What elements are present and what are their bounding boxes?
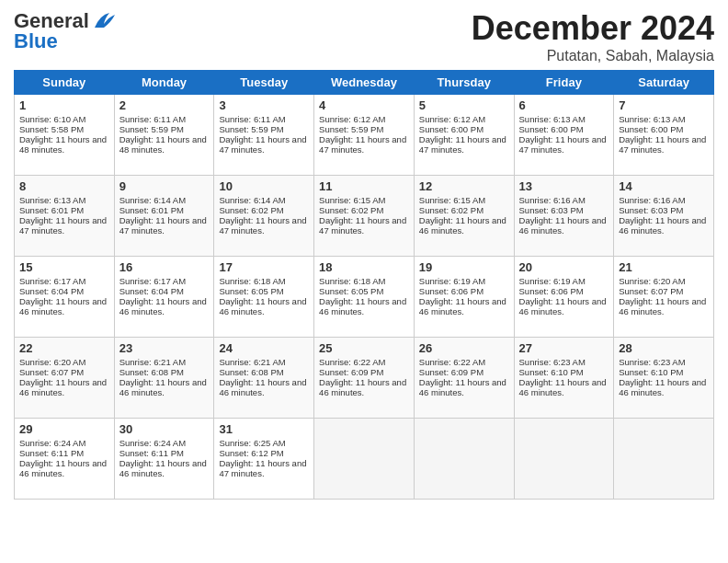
col-sunday: Sunday (15, 71, 115, 95)
sunset-text: Sunset: 6:01 PM (19, 205, 84, 215)
day-number: 10 (219, 179, 309, 193)
sunrise-text: Sunrise: 6:23 AM (519, 357, 586, 367)
sunset-text: Sunset: 6:03 PM (519, 205, 584, 215)
col-tuesday: Tuesday (214, 71, 314, 95)
sunset-text: Sunset: 5:59 PM (219, 124, 283, 134)
calendar-cell: 20Sunrise: 6:19 AMSunset: 6:06 PMDayligh… (514, 257, 614, 338)
calendar-cell: 5Sunrise: 6:12 AMSunset: 6:00 PMDaylight… (414, 95, 514, 176)
sunset-text: Sunset: 6:01 PM (119, 205, 184, 215)
calendar-cell: 17Sunrise: 6:18 AMSunset: 6:05 PMDayligh… (214, 257, 314, 338)
sunrise-text: Sunrise: 6:24 AM (119, 438, 186, 448)
calendar-cell: 4Sunrise: 6:12 AMSunset: 5:59 PMDaylight… (314, 95, 415, 176)
calendar-week-row: 1Sunrise: 6:10 AMSunset: 5:58 PMDaylight… (15, 95, 714, 176)
daylight-text: Daylight: 11 hours and 46 minutes. (619, 215, 706, 236)
day-number: 11 (319, 179, 409, 193)
sunset-text: Sunset: 6:02 PM (419, 205, 483, 215)
sunset-text: Sunset: 6:08 PM (219, 367, 283, 377)
day-number: 14 (619, 179, 709, 193)
day-number: 22 (19, 341, 109, 355)
sunset-text: Sunset: 6:06 PM (519, 286, 584, 296)
calendar-cell: 2Sunrise: 6:11 AMSunset: 5:59 PMDaylight… (114, 95, 214, 176)
day-number: 26 (419, 341, 509, 355)
sunrise-text: Sunrise: 6:11 AM (219, 114, 285, 124)
day-number: 9 (119, 179, 210, 193)
calendar-header-row: Sunday Monday Tuesday Wednesday Thursday… (15, 71, 714, 95)
day-number: 18 (319, 260, 409, 274)
day-number: 19 (419, 260, 509, 274)
daylight-text: Daylight: 11 hours and 46 minutes. (19, 296, 107, 316)
sunset-text: Sunset: 6:09 PM (419, 367, 483, 377)
calendar-cell: 18Sunrise: 6:18 AMSunset: 6:05 PMDayligh… (314, 257, 415, 338)
calendar-cell: 15Sunrise: 6:17 AMSunset: 6:04 PMDayligh… (15, 257, 115, 338)
calendar-cell: 8Sunrise: 6:13 AMSunset: 6:01 PMDaylight… (15, 176, 115, 257)
sunset-text: Sunset: 6:00 PM (519, 124, 584, 134)
calendar-cell: 21Sunrise: 6:20 AMSunset: 6:07 PMDayligh… (614, 257, 714, 338)
title-area: December 2024 Putatan, Sabah, Malaysia (472, 9, 714, 64)
calendar-cell: 6Sunrise: 6:13 AMSunset: 6:00 PMDaylight… (514, 95, 614, 176)
daylight-text: Daylight: 11 hours and 46 minutes. (219, 296, 306, 316)
daylight-text: Daylight: 11 hours and 47 minutes. (219, 215, 306, 236)
sunrise-text: Sunrise: 6:25 AM (219, 438, 285, 448)
day-number: 20 (519, 260, 609, 274)
month-title: December 2024 (472, 9, 714, 48)
sunrise-text: Sunrise: 6:24 AM (19, 438, 85, 448)
day-number: 21 (619, 260, 709, 274)
sunrise-text: Sunrise: 6:15 AM (319, 195, 385, 205)
day-number: 3 (219, 98, 309, 112)
day-number: 4 (319, 98, 409, 112)
daylight-text: Daylight: 11 hours and 46 minutes. (119, 458, 207, 478)
sunrise-text: Sunrise: 6:14 AM (119, 195, 186, 205)
sunset-text: Sunset: 6:12 PM (219, 448, 283, 458)
sunrise-text: Sunrise: 6:23 AM (619, 357, 685, 367)
calendar-week-row: 22Sunrise: 6:20 AMSunset: 6:07 PMDayligh… (15, 338, 714, 419)
sunset-text: Sunset: 6:09 PM (319, 367, 383, 377)
calendar-cell: 1Sunrise: 6:10 AMSunset: 5:58 PMDaylight… (15, 95, 115, 176)
sunset-text: Sunset: 6:06 PM (419, 286, 483, 296)
calendar-cell (314, 419, 415, 500)
sunset-text: Sunset: 6:05 PM (319, 286, 383, 296)
calendar-cell: 26Sunrise: 6:22 AMSunset: 6:09 PMDayligh… (414, 338, 514, 419)
sunset-text: Sunset: 6:07 PM (619, 286, 683, 296)
daylight-text: Daylight: 11 hours and 47 minutes. (419, 134, 506, 155)
day-number: 16 (119, 260, 210, 274)
calendar-table: Sunday Monday Tuesday Wednesday Thursday… (14, 70, 714, 500)
calendar-cell: 19Sunrise: 6:19 AMSunset: 6:06 PMDayligh… (414, 257, 514, 338)
day-number: 15 (19, 260, 109, 274)
calendar-cell: 16Sunrise: 6:17 AMSunset: 6:04 PMDayligh… (114, 257, 214, 338)
sunset-text: Sunset: 6:04 PM (19, 286, 84, 296)
sunset-text: Sunset: 6:10 PM (519, 367, 584, 377)
day-number: 6 (519, 98, 609, 112)
day-number: 17 (219, 260, 309, 274)
calendar-cell: 22Sunrise: 6:20 AMSunset: 6:07 PMDayligh… (15, 338, 115, 419)
calendar-cell: 13Sunrise: 6:16 AMSunset: 6:03 PMDayligh… (514, 176, 614, 257)
sunset-text: Sunset: 6:10 PM (619, 367, 683, 377)
sunset-text: Sunset: 5:59 PM (319, 124, 383, 134)
calendar-week-row: 15Sunrise: 6:17 AMSunset: 6:04 PMDayligh… (15, 257, 714, 338)
sunrise-text: Sunrise: 6:19 AM (419, 276, 485, 286)
daylight-text: Daylight: 11 hours and 47 minutes. (619, 134, 706, 155)
daylight-text: Daylight: 11 hours and 47 minutes. (519, 134, 607, 155)
daylight-text: Daylight: 11 hours and 47 minutes. (319, 215, 406, 236)
daylight-text: Daylight: 11 hours and 47 minutes. (119, 215, 207, 236)
calendar-cell (414, 419, 514, 500)
daylight-text: Daylight: 11 hours and 47 minutes. (19, 215, 107, 236)
sunrise-text: Sunrise: 6:20 AM (19, 357, 85, 367)
calendar-cell: 7Sunrise: 6:13 AMSunset: 6:00 PMDaylight… (614, 95, 714, 176)
location-title: Putatan, Sabah, Malaysia (472, 48, 714, 64)
col-wednesday: Wednesday (314, 71, 415, 95)
calendar-cell: 10Sunrise: 6:14 AMSunset: 6:02 PMDayligh… (214, 176, 314, 257)
daylight-text: Daylight: 11 hours and 46 minutes. (219, 377, 306, 397)
daylight-text: Daylight: 11 hours and 46 minutes. (119, 296, 207, 316)
day-number: 24 (219, 341, 309, 355)
sunrise-text: Sunrise: 6:12 AM (419, 114, 485, 124)
sunrise-text: Sunrise: 6:20 AM (619, 276, 685, 286)
sunrise-text: Sunrise: 6:13 AM (519, 114, 586, 124)
sunrise-text: Sunrise: 6:21 AM (219, 357, 285, 367)
calendar-cell: 14Sunrise: 6:16 AMSunset: 6:03 PMDayligh… (614, 176, 714, 257)
daylight-text: Daylight: 11 hours and 47 minutes. (219, 458, 306, 478)
sunrise-text: Sunrise: 6:22 AM (319, 357, 385, 367)
daylight-text: Daylight: 11 hours and 48 minutes. (119, 134, 207, 155)
day-number: 13 (519, 179, 609, 193)
logo: General Blue (14, 9, 117, 53)
sunrise-text: Sunrise: 6:21 AM (119, 357, 186, 367)
